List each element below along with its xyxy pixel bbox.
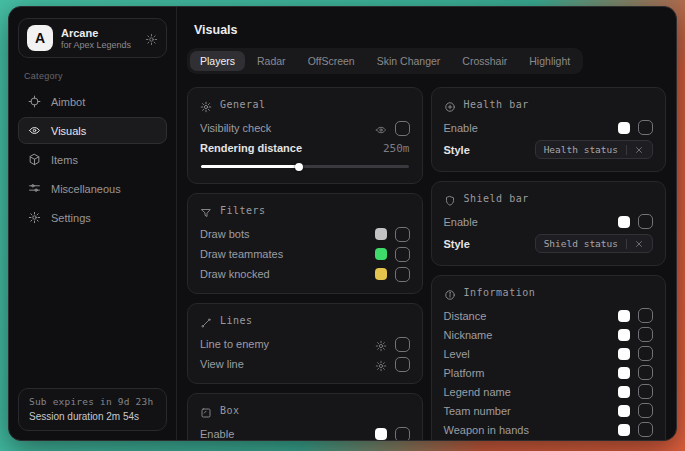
draw-bots-color-swatch[interactable]: [375, 228, 387, 240]
info-nickname-checkbox[interactable]: [638, 327, 653, 342]
card-health-bar: Health bar Enable Style H: [431, 87, 667, 172]
info-legend-name-color-swatch[interactable]: [618, 386, 630, 398]
info-level-label: Level: [444, 348, 470, 360]
view-line-label: View line: [200, 358, 244, 370]
draw-bots-checkbox[interactable]: [395, 227, 410, 242]
box-icon: [200, 405, 212, 417]
eye-icon[interactable]: [375, 122, 387, 134]
box-enable-color-swatch[interactable]: [375, 428, 387, 440]
line-to-enemy-checkbox[interactable]: [395, 337, 410, 352]
visibility-check-label: Visibility check: [200, 122, 271, 134]
gear-icon[interactable]: [375, 338, 387, 350]
info-level-color-swatch[interactable]: [618, 348, 630, 360]
card-shield-bar: Shield bar Enable Style S: [431, 181, 667, 266]
health-enable-row: Enable: [444, 118, 654, 137]
card-title: General: [220, 99, 266, 110]
sidebar-nav: Aimbot Visuals Items: [18, 88, 167, 231]
info-legend-name-checkbox[interactable]: [638, 384, 653, 399]
info-weapon-label: Weapon in hands: [444, 424, 529, 436]
main-content: Visuals Players Radar OffScreen Skin Cha…: [177, 7, 676, 440]
settings-gear-icon[interactable]: [145, 32, 158, 45]
box-enable-label: Enable: [200, 428, 234, 440]
info-distance-checkbox[interactable]: [638, 308, 653, 323]
draw-teammates-checkbox[interactable]: [395, 247, 410, 262]
card-title: Health bar: [464, 99, 529, 110]
info-platform-color-swatch[interactable]: [618, 367, 630, 379]
draw-bots-row: Draw bots: [200, 224, 410, 244]
card-box: Box Enable Enable background: [187, 393, 423, 441]
shield-color-swatch[interactable]: [618, 216, 630, 228]
info-nickname-row: Nickname: [444, 325, 654, 344]
card-information-header: Information: [444, 284, 654, 301]
health-style-select[interactable]: Health status: [535, 140, 653, 159]
info-distance-row: Distance: [444, 306, 654, 325]
card-title: Lines: [220, 315, 253, 326]
shield-enable-checkbox[interactable]: [638, 214, 653, 229]
sidebar-item-miscellaneous[interactable]: Miscellaneous: [18, 175, 167, 202]
rendering-distance-value: 250m: [383, 142, 410, 155]
draw-knocked-checkbox[interactable]: [395, 267, 410, 282]
card-lines: Lines Line to enemy: [187, 303, 423, 384]
box-enable-checkbox[interactable]: [395, 427, 410, 442]
tab-offscreen[interactable]: OffScreen: [298, 51, 365, 71]
app-subtitle: for Apex Legends: [61, 40, 131, 50]
draw-teammates-color-swatch[interactable]: [375, 248, 387, 260]
card-title: Box: [220, 405, 240, 416]
info-weapon-checkbox[interactable]: [638, 422, 653, 437]
crosshair-icon: [28, 95, 41, 108]
card-information: Information Distance Nickname: [431, 275, 667, 441]
info-level-checkbox[interactable]: [638, 346, 653, 361]
subscription-info-card: Sub expires in 9d 23h Session duration 2…: [18, 388, 167, 431]
card-filters-header: Filters: [200, 202, 410, 219]
tab-crosshair[interactable]: Crosshair: [452, 51, 517, 71]
slider-thumb[interactable]: [295, 163, 303, 171]
view-line-checkbox[interactable]: [395, 357, 410, 372]
close-icon[interactable]: [626, 239, 644, 249]
shield-style-value: Shield status: [544, 238, 626, 249]
desktop-background: A Arcane for Apex Legends Category Aimbo…: [0, 0, 685, 451]
health-enable-checkbox[interactable]: [638, 120, 653, 135]
info-team-number-checkbox[interactable]: [638, 403, 653, 418]
draw-knocked-color-swatch[interactable]: [375, 268, 387, 280]
tab-skin-changer[interactable]: Skin Changer: [367, 51, 451, 71]
health-style-row: Style Health status: [444, 137, 654, 162]
rendering-distance-slider[interactable]: [201, 165, 409, 168]
info-level-row: Level: [444, 344, 654, 363]
shield-style-select[interactable]: Shield status: [535, 234, 653, 253]
visibility-check-checkbox[interactable]: [395, 121, 410, 136]
slider-fill: [201, 165, 299, 168]
info-nickname-label: Nickname: [444, 329, 493, 341]
sidebar-item-visuals[interactable]: Visuals: [18, 117, 167, 144]
info-distance-label: Distance: [444, 310, 487, 322]
line-to-enemy-label: Line to enemy: [200, 338, 269, 350]
draw-teammates-row: Draw teammates: [200, 244, 410, 264]
card-box-header: Box: [200, 402, 410, 419]
tab-radar[interactable]: Radar: [247, 51, 296, 71]
tab-highlight[interactable]: Highlight: [519, 51, 580, 71]
health-enable-label: Enable: [444, 122, 478, 134]
info-weapon-color-swatch[interactable]: [618, 424, 630, 436]
card-filters: Filters Draw bots Draw teammates: [187, 193, 423, 294]
eye-scan-icon: [28, 124, 41, 137]
page-title: Visuals: [194, 23, 666, 37]
session-duration-text: Session duration 2m 54s: [29, 411, 156, 422]
health-color-swatch[interactable]: [618, 122, 630, 134]
info-distance-color-swatch[interactable]: [618, 310, 630, 322]
sidebar-item-items[interactable]: Items: [18, 146, 167, 173]
info-weapon-row: Weapon in hands: [444, 420, 654, 439]
info-platform-row: Platform: [444, 363, 654, 382]
sidebar-item-aimbot[interactable]: Aimbot: [18, 88, 167, 115]
info-nickname-color-swatch[interactable]: [618, 329, 630, 341]
sidebar: A Arcane for Apex Legends Category Aimbo…: [9, 7, 177, 440]
tab-players[interactable]: Players: [190, 51, 245, 71]
info-platform-checkbox[interactable]: [638, 365, 653, 380]
close-icon[interactable]: [626, 145, 644, 155]
sidebar-item-settings[interactable]: Settings: [18, 204, 167, 231]
info-team-number-color-swatch[interactable]: [618, 405, 630, 417]
app-logo-card: A Arcane for Apex Legends: [18, 18, 167, 58]
gear-icon[interactable]: [375, 358, 387, 370]
card-title: Information: [464, 287, 536, 298]
info-platform-label: Platform: [444, 367, 485, 379]
shield-style-label: Style: [444, 238, 470, 250]
info-icon: [444, 287, 456, 299]
